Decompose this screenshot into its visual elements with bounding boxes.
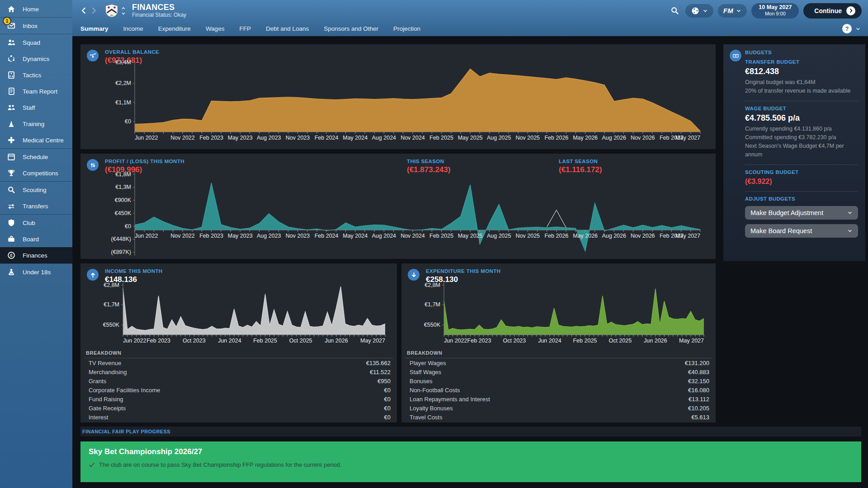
competitions-icon	[7, 169, 16, 177]
svg-text:€1,7M: €1,7M	[104, 301, 119, 308]
svg-text:Nov 2025: Nov 2025	[516, 233, 540, 239]
sidebar-item-tactics[interactable]: Tactics	[0, 67, 72, 83]
sidebar-item-label: Dynamics	[23, 56, 49, 62]
svg-text:May 2027: May 2027	[675, 135, 700, 141]
sidebar-item-finances[interactable]: £Finances	[0, 247, 72, 263]
svg-text:€2,8M: €2,8M	[104, 282, 119, 288]
sidebar-item-label: Scouting	[23, 187, 47, 193]
breakdown-value: €13.112	[689, 396, 709, 403]
breakdown-label: Corporate Facilities Income	[89, 387, 160, 394]
help-button[interactable]: ?	[842, 24, 852, 33]
sidebar-item-inbox[interactable]: 1Inbox	[0, 18, 72, 34]
breakdown-value: €0	[384, 405, 391, 412]
date-text: 10 May 2027	[759, 4, 792, 11]
dropdown-label: Make Board Request	[750, 227, 812, 235]
chevron-up-icon	[121, 6, 126, 10]
svg-text:€900K: €900K	[115, 197, 132, 203]
breakdown-row: Travel Costs€5.613	[405, 413, 712, 422]
sidebar-item-label: Board	[23, 236, 39, 243]
section-cycle-icon[interactable]	[121, 6, 126, 16]
chevron-down-icon[interactable]	[855, 26, 861, 32]
breakdown-row: Fund Raising€0	[84, 394, 393, 404]
inbox-icon: 1	[7, 22, 16, 30]
date-display[interactable]: 10 May 2027 Mon 9:00	[751, 3, 799, 19]
home-icon	[7, 5, 16, 13]
tab-projection[interactable]: Projection	[393, 25, 420, 32]
forward-button[interactable]	[89, 7, 99, 14]
scouting-budget-label: SCOUTING BUDGET	[745, 169, 858, 175]
svg-text:(€897K): (€897K)	[111, 249, 131, 255]
tab-ffp[interactable]: FFP	[239, 25, 251, 32]
svg-text:Jun 2024: Jun 2024	[538, 338, 561, 344]
breakdown-label: Grants	[89, 378, 106, 385]
svg-text:Nov 2024: Nov 2024	[401, 233, 425, 239]
make-board-request-dropdown[interactable]: Make Board Request	[745, 224, 858, 238]
sidebar-item-medical-centre[interactable]: Medical Centre	[0, 132, 72, 148]
page-title: FINANCES	[132, 3, 186, 12]
sidebar-item-squad[interactable]: Squad	[0, 34, 72, 51]
sidebar-item-dynamics[interactable]: Dynamics	[0, 51, 72, 67]
breakdown-row: Player Wages€131.200	[405, 358, 712, 367]
sidebar-item-training[interactable]: Training	[0, 116, 72, 132]
fm-menu-button[interactable]: FM	[718, 4, 747, 18]
svg-text:Nov 2023: Nov 2023	[286, 233, 310, 239]
breakdown-row: Staff Wages€40.883	[405, 367, 712, 376]
sidebar-item-staff[interactable]: Staff	[0, 99, 72, 116]
svg-text:May 2023: May 2023	[228, 233, 253, 239]
tab-expenditure[interactable]: Expenditure	[158, 25, 191, 32]
sidebar-item-transfers[interactable]: Transfers	[0, 198, 72, 214]
breakdown-row: Ground Maintenance	[405, 422, 712, 422]
svg-text:May 2024: May 2024	[343, 135, 368, 141]
banknote-icon	[730, 50, 741, 61]
svg-text:Nov 2026: Nov 2026	[631, 135, 655, 141]
svg-text:€2,8M: €2,8M	[425, 282, 440, 288]
finances-icon: £	[7, 251, 16, 259]
topbar-right: FM 10 May 2027 Mon 9:00 Continue	[670, 3, 862, 19]
ffp-banner: Sky Bet Championship 2026/27 The club ar…	[80, 441, 861, 482]
balance-chart-svg: €3,4M€2,2M€1,1M€0Jun 2022Nov 2022Feb 202…	[84, 56, 710, 146]
transfers-icon	[7, 202, 16, 210]
svg-text:Feb 2026: Feb 2026	[544, 233, 568, 239]
sidebar-item-scouting[interactable]: Scouting	[0, 182, 72, 198]
breakdown-value: €40.883	[688, 369, 709, 375]
make-budget-adjustment-dropdown[interactable]: Make Budget Adjustment	[745, 206, 858, 220]
sidebar-item-under-18s[interactable]: U18Under 18s	[0, 264, 72, 280]
dynamics-icon	[7, 55, 16, 63]
tab-income[interactable]: Income	[123, 25, 143, 32]
svg-text:May 2024: May 2024	[343, 233, 368, 239]
sidebar-item-team-report[interactable]: Team Report	[0, 83, 72, 99]
svg-text:Feb 2023: Feb 2023	[146, 338, 170, 344]
tab-debt-and-loans[interactable]: Debt and Loans	[266, 25, 309, 32]
breakdown-value: €10.205	[688, 405, 709, 412]
expenditure-panel: EXPENDITURE THIS MONTH €258.130 €2,8M€1,…	[401, 263, 716, 422]
continue-button[interactable]: Continue	[803, 3, 862, 19]
sidebar-item-board[interactable]: Board	[0, 231, 72, 247]
breakdown-row: Corporate Facilities Income€0	[84, 385, 393, 394]
tab-sponsors-and-other[interactable]: Sponsors and Other	[324, 25, 378, 32]
sidebar-item-competitions[interactable]: Competitions	[0, 165, 72, 181]
tab-bar: SummaryIncomeExpenditureWagesFFPDebt and…	[72, 21, 868, 36]
adjust-budgets-label: ADJUST BUDGETS	[745, 196, 858, 202]
sidebar-item-schedule[interactable]: Schedule	[0, 149, 72, 165]
budgets-section-label: BUDGETS	[745, 50, 858, 55]
back-button[interactable]	[79, 7, 89, 14]
sidebar-item-club[interactable]: Club	[0, 215, 72, 231]
svg-text:Aug 2024: Aug 2024	[372, 233, 396, 239]
language-globe-button[interactable]	[685, 4, 713, 18]
tabbar-right: ?	[842, 24, 861, 33]
income-panel: INCOME THIS MONTH €148.136 €2,8M€1,7M€55…	[80, 263, 397, 422]
svg-text:May 2027: May 2027	[360, 338, 385, 344]
breakdown-header: BREAKDOWN	[405, 349, 712, 358]
wage-budget-note1: Currently spending €4.131.860 p/a	[745, 125, 858, 133]
svg-text:Aug 2026: Aug 2026	[602, 135, 626, 141]
profit-title: PROFIT / (LOSS) THIS MONTH	[105, 159, 184, 164]
club-crest[interactable]	[105, 4, 118, 18]
continue-label: Continue	[814, 7, 842, 14]
sidebar-item-home[interactable]: Home	[0, 1, 72, 17]
sidebar-item-label: Inbox	[23, 23, 38, 29]
svg-text:Nov 2026: Nov 2026	[631, 233, 655, 239]
search-icon[interactable]	[670, 6, 679, 15]
profit-chart-svg: €1,8M€1,3M€900K€450K€0(€448K)(€897K)Jun …	[84, 168, 710, 258]
tab-summary[interactable]: Summary	[80, 25, 108, 32]
tab-wages[interactable]: Wages	[206, 25, 225, 32]
